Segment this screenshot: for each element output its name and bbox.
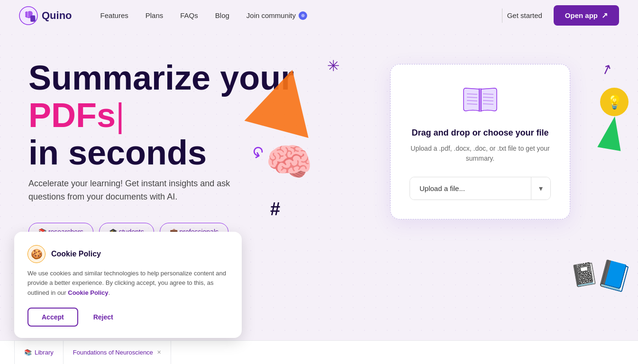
svg-line-11	[483, 100, 493, 101]
upload-button-row: Upload a file... ▾	[410, 177, 551, 200]
svg-line-5	[467, 94, 477, 94]
community-label: Join community	[246, 11, 296, 19]
nav-features[interactable]: Features	[100, 11, 128, 19]
cookie-text: We use cookies and similar technologies …	[27, 269, 228, 298]
svg-line-10	[483, 97, 493, 98]
nav-links: Features Plans FAQs Blog Join community …	[100, 11, 497, 20]
nav-faqs[interactable]: FAQs	[180, 11, 198, 19]
cookie-emoji-icon: 🍪	[27, 245, 46, 263]
hero-title: Summarize your PDFs| in seconds	[28, 59, 313, 172]
arrow-icon: ↗	[602, 11, 608, 20]
cookie-actions: Accept Reject	[27, 308, 228, 327]
svg-rect-4	[479, 88, 482, 112]
library-tab[interactable]: 📚 Library	[14, 341, 64, 364]
cookie-banner: 🍪 Cookie Policy We use cookies and simil…	[14, 232, 242, 338]
blue-book-deco: 📘	[595, 257, 634, 295]
upload-card-description: Upload a .pdf, .docx, .doc, or .txt file…	[410, 144, 551, 164]
hero-cursor: |	[116, 96, 125, 134]
cookie-title: Cookie Policy	[51, 250, 101, 258]
cookie-header: 🍪 Cookie Policy	[27, 245, 228, 263]
logo-icon	[19, 6, 38, 25]
svg-line-7	[467, 100, 477, 101]
nav-blog[interactable]: Blog	[215, 11, 229, 19]
logo[interactable]: Quino	[19, 6, 72, 25]
svg-line-12	[483, 104, 493, 104]
hero-title-pink: PDFs|	[28, 96, 125, 134]
hero-subtitle: Accelerate your learning! Get instant in…	[28, 177, 265, 204]
cookie-reject-button[interactable]: Reject	[86, 308, 121, 327]
nav-right: Get started Open app ↗	[507, 5, 619, 26]
bottom-tab-bar: 📚 Library Foundations of Neuroscience ✕	[0, 340, 638, 364]
get-started-link[interactable]: Get started	[507, 11, 542, 19]
cookie-policy-link[interactable]: Cookie Policy	[68, 289, 108, 296]
svg-line-6	[467, 97, 477, 98]
upload-file-button[interactable]: Upload a file...	[410, 177, 531, 200]
upload-dropdown-button[interactable]: ▾	[531, 177, 550, 200]
discord-icon: ⊕	[299, 11, 307, 20]
svg-rect-1	[27, 11, 28, 17]
upload-card-icon	[410, 83, 551, 118]
upload-card-title: Drag and drop or choose your file	[410, 128, 551, 138]
tab-close-icon[interactable]: ✕	[157, 349, 161, 355]
logo-text: Quino	[42, 9, 72, 22]
upload-card: Drag and drop or choose your file Upload…	[390, 64, 570, 219]
open-app-button[interactable]: Open app ↗	[554, 5, 619, 26]
hero-left: Summarize your PDFs| in seconds Accelera…	[28, 50, 313, 241]
svg-line-8	[467, 104, 477, 104]
book-svg-icon	[461, 83, 499, 117]
nav-divider	[502, 9, 502, 23]
nav-plans[interactable]: Plans	[146, 11, 164, 19]
neuroscience-tab[interactable]: Foundations of Neuroscience ✕	[64, 341, 171, 364]
hero-right: Drag and drop or choose your file Upload…	[313, 50, 610, 219]
svg-rect-3	[30, 16, 35, 22]
svg-line-9	[483, 94, 493, 94]
nav-community[interactable]: Join community ⊕	[246, 11, 307, 20]
navbar: Quino Features Plans FAQs Blog Join comm…	[0, 0, 638, 31]
notebook-deco: 📓	[569, 260, 600, 289]
library-icon: 📚	[24, 349, 32, 356]
cookie-accept-button[interactable]: Accept	[27, 308, 78, 327]
